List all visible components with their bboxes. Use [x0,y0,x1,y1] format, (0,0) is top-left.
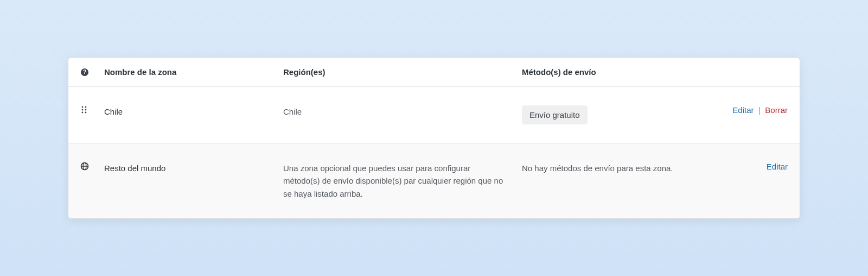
svg-point-4 [82,109,84,111]
svg-point-2 [82,106,84,108]
zone-region: Una zona opcional que puedes usar para c… [283,162,522,200]
svg-point-7 [85,112,87,114]
zone-method: Envío gratuito [522,105,732,124]
header-method: Método(s) de envío [522,67,788,77]
table-row: Resto del mundo Una zona opcional que pu… [68,143,800,218]
row-actions: Editar | Borrar [732,105,788,115]
help-icon[interactable]: ? [80,68,104,77]
header-region: Región(es) [283,67,522,77]
edit-link[interactable]: Editar [732,105,754,115]
method-chip: Envío gratuito [522,105,588,124]
svg-text:?: ? [83,69,86,75]
zone-name: Chile [104,105,283,118]
zone-region: Chile [283,105,522,118]
row-actions: Editar [767,162,788,172]
edit-link[interactable]: Editar [767,162,788,171]
delete-link[interactable]: Borrar [765,105,788,115]
svg-point-5 [85,109,87,111]
globe-icon [80,162,104,171]
table-row: Chile Chile Envío gratuito Editar | Borr… [68,87,800,143]
action-separator: | [758,105,761,115]
shipping-zones-panel: ? Nombre de la zona Región(es) Método(s)… [68,57,800,219]
svg-point-6 [82,112,84,114]
zone-name: Resto del mundo [104,162,283,174]
drag-handle-icon[interactable] [80,105,104,114]
table-header: ? Nombre de la zona Región(es) Método(s)… [68,58,800,87]
zone-method: No hay métodos de envío para esta zona. [522,162,767,174]
svg-point-3 [85,106,87,108]
header-name: Nombre de la zona [104,67,283,77]
